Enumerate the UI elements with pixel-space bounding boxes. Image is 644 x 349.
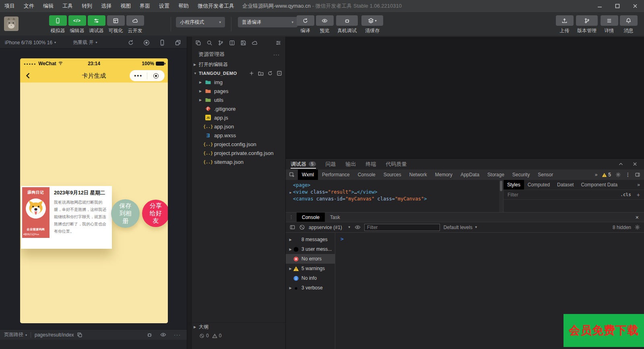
- file-row[interactable]: {..}project.config.json: [187, 140, 285, 149]
- promo-banner[interactable]: 会员免费下载: [564, 314, 644, 347]
- file-row[interactable]: ▶pages: [187, 87, 285, 95]
- menu-item[interactable]: 帮助: [174, 0, 193, 12]
- console-filter-item[interactable]: ▶ 3 user mess...: [286, 244, 335, 254]
- devtools-tab[interactable]: Sensor: [534, 169, 557, 180]
- bug-icon[interactable]: [147, 332, 153, 338]
- refresh-icon[interactable]: [128, 39, 134, 46]
- expand-arrow[interactable]: ▶: [288, 238, 293, 242]
- stop-icon[interactable]: [143, 39, 150, 46]
- toolbar-mode-button[interactable]: 云开发: [126, 15, 144, 34]
- menu-item[interactable]: 视图: [116, 0, 135, 12]
- menu-item[interactable]: 编辑: [39, 0, 58, 12]
- outline-section[interactable]: ▶ 大纲: [187, 322, 285, 331]
- devtools-tab[interactable]: AppData: [456, 169, 483, 180]
- home-target-button[interactable]: [147, 73, 165, 78]
- open-editors-section[interactable]: ▶ 打开的编辑器: [187, 60, 285, 69]
- console-filter-item[interactable]: ▶ 3 verbose: [286, 283, 335, 293]
- toggle-class-button[interactable]: .cls: [620, 192, 631, 197]
- menu-item[interactable]: 设置: [155, 0, 174, 12]
- copy-icon[interactable]: [77, 332, 83, 338]
- toolbar-action-button[interactable]: 编译: [296, 15, 315, 34]
- devtools-tab[interactable]: Performance: [318, 169, 354, 180]
- file-row[interactable]: {..}app.json: [187, 122, 285, 131]
- expand-arrow[interactable]: ▶: [199, 89, 205, 93]
- search-icon[interactable]: [206, 40, 213, 46]
- maximize-button[interactable]: [609, 0, 626, 12]
- code-line[interactable]: <canvas canvas-id="myCanvas" class="myCa…: [286, 196, 503, 202]
- devtools-tab[interactable]: Console: [354, 169, 380, 180]
- styles-tab[interactable]: Styles: [504, 180, 524, 190]
- hot-reload-toggle[interactable]: 热重载 开▾: [73, 39, 97, 46]
- file-row[interactable]: ▶utils: [187, 95, 285, 104]
- toolbar-right-button[interactable]: 上传: [555, 15, 574, 34]
- clear-console-icon[interactable]: [299, 224, 305, 230]
- expand-arrow[interactable]: ▶: [288, 267, 293, 271]
- menu-item[interactable]: 选择: [97, 0, 116, 12]
- console-filter-item[interactable]: ▶ 8 messages: [286, 235, 335, 244]
- close-console-icon[interactable]: ×: [636, 214, 639, 221]
- expand-arrow[interactable]: ▶: [288, 189, 293, 196]
- devtools-tab[interactable]: Storage: [483, 169, 508, 180]
- execution-context-select[interactable]: appservice (#1) ▼: [309, 225, 351, 230]
- split-editor-icon[interactable]: [229, 40, 235, 46]
- styles-filter-input[interactable]: Filter: [508, 192, 518, 198]
- toolbar-mode-button[interactable]: 模拟器: [48, 15, 67, 34]
- expand-arrow[interactable]: ▶: [288, 248, 293, 251]
- mode-select[interactable]: 小程序模式▾: [176, 17, 225, 27]
- close-panel-icon[interactable]: [632, 161, 638, 167]
- toolbar-mode-button[interactable]: </> 编辑器: [68, 15, 87, 34]
- pages-icon[interactable]: [195, 40, 201, 46]
- minimize-button[interactable]: [591, 0, 609, 12]
- device-selector[interactable]: iPhone 6/7/8 100% 16▾: [5, 40, 56, 45]
- page-path-selector[interactable]: 页面路径▾: [4, 331, 27, 338]
- file-row[interactable]: Ǝapp.wxss: [187, 131, 285, 140]
- devtools-tab[interactable]: Network: [405, 169, 431, 180]
- new-file-icon[interactable]: [249, 70, 254, 76]
- collapse-panel-icon[interactable]: [618, 161, 623, 167]
- menu-item[interactable]: 文件: [19, 0, 39, 12]
- problems-summary[interactable]: 0 0: [187, 331, 285, 340]
- menu-item[interactable]: 工具: [58, 0, 77, 12]
- file-row[interactable]: JSapp.js: [187, 113, 285, 122]
- devtools-settings-icon[interactable]: [615, 172, 621, 178]
- devtools-tab[interactable]: Sources: [380, 169, 405, 180]
- log-levels-select[interactable]: Default levels ▼: [444, 225, 478, 230]
- new-folder-icon[interactable]: [258, 70, 264, 76]
- menu-item[interactable]: 微信开发者工具: [193, 0, 239, 12]
- more-actions[interactable]: ···: [174, 332, 181, 338]
- collapse-all-icon[interactable]: [277, 70, 282, 76]
- code-line[interactable]: ▶<view class="result">…</view>: [286, 189, 503, 196]
- expand-arrow[interactable]: ▶: [288, 286, 293, 290]
- styles-tab[interactable]: Computed: [524, 180, 553, 190]
- user-avatar[interactable]: [4, 17, 19, 31]
- console-prompt[interactable]: >: [341, 236, 344, 242]
- share-to-friend-button[interactable]: 分享给好友: [142, 200, 168, 227]
- toolbar-action-button[interactable]: 预览: [315, 15, 334, 34]
- toolbar-right-button[interactable]: 版本管理: [574, 15, 599, 34]
- code-line[interactable]: <page>: [286, 182, 503, 189]
- toolbar-mode-button[interactable]: 可视化: [106, 15, 125, 34]
- expand-arrow[interactable]: ▶: [199, 81, 205, 84]
- sidebar-toggle-icon[interactable]: [289, 224, 295, 230]
- file-row[interactable]: {..}project.private.config.json: [187, 149, 285, 157]
- console-filter-item[interactable]: No info: [286, 273, 335, 283]
- menu-item[interactable]: 项目: [0, 0, 19, 12]
- file-row[interactable]: .gitignore: [187, 104, 285, 113]
- debugger-panel-tab[interactable]: 代码质量: [381, 159, 412, 169]
- more-tabs-button[interactable]: »: [595, 172, 598, 178]
- cloud-icon[interactable]: [252, 40, 258, 46]
- file-row[interactable]: ▶img: [187, 78, 285, 87]
- close-button[interactable]: [626, 0, 644, 12]
- devtools-tab[interactable]: Wxml: [298, 169, 318, 180]
- debugger-panel-tab[interactable]: 问题: [321, 159, 341, 169]
- console-filter-item[interactable]: No errors: [286, 254, 335, 264]
- styles-more-tabs[interactable]: »: [637, 182, 644, 188]
- console-tab[interactable]: Console: [297, 213, 325, 222]
- warning-count-badge[interactable]: 5: [602, 172, 611, 178]
- refresh-icon[interactable]: [267, 70, 273, 76]
- toolbar-right-button[interactable]: 详情: [600, 15, 619, 34]
- console-filter-input[interactable]: [364, 224, 440, 231]
- debugger-panel-tab[interactable]: 调试器5: [286, 159, 321, 169]
- drag-handle-icon[interactable]: ⋮: [286, 215, 297, 220]
- dock-side-icon[interactable]: [635, 172, 640, 178]
